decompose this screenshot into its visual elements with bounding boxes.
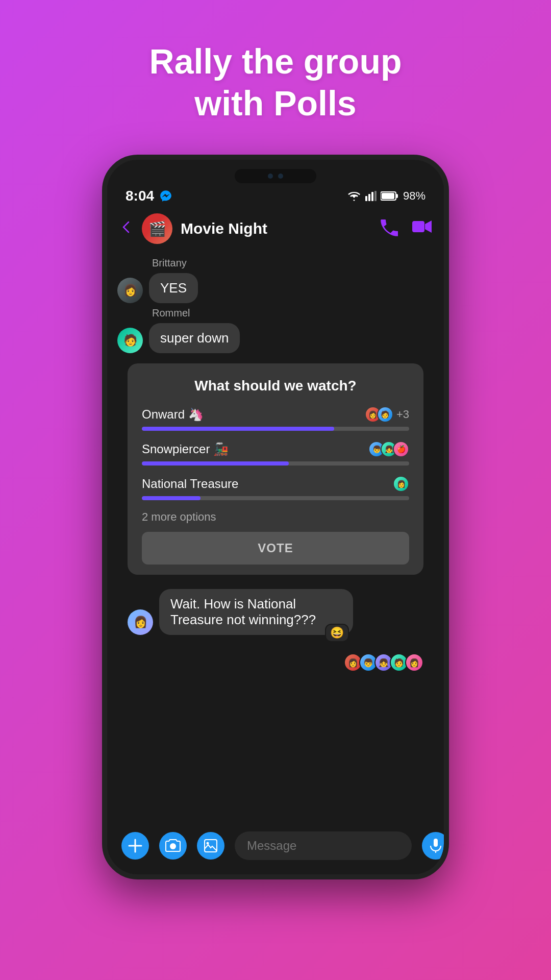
message-row-rommel: 🧑 super down [117, 323, 434, 353]
poll-voters-2: 👦 👧 🍎 [368, 441, 409, 457]
poll-bar-fill-1 [142, 427, 334, 431]
poll-voters-3: 👩 [393, 476, 409, 492]
voter-count-1: +3 [396, 408, 409, 421]
messenger-icon [159, 189, 172, 203]
poll-more-options: 2 more options [142, 510, 409, 524]
group-avatar: 🎬 [142, 213, 172, 244]
mic-button[interactable] [422, 832, 444, 860]
poll-bar-fill-3 [142, 496, 201, 500]
phone-screen: 8:04 [107, 160, 444, 874]
message-input[interactable] [235, 831, 412, 860]
chat-header: 🎬 Movie Night [107, 208, 444, 249]
bubble-superdown: super down [149, 323, 240, 353]
svg-rect-5 [396, 194, 398, 198]
voter-avatar: 👩 [393, 476, 409, 492]
clock: 8:04 [126, 188, 154, 204]
vote-button[interactable]: VOTE [142, 532, 409, 565]
sender-rommel: Rommel [152, 307, 434, 319]
message-group-rommel: Rommel 🧑 super down [117, 307, 434, 353]
chat-body: Brittany 👩 YES Rommel 🧑 [107, 249, 444, 823]
poll-question: What should we watch? [142, 378, 409, 394]
poll-bar-bg-1 [142, 427, 409, 431]
poll-option-label-1: Onward 🦄 [142, 407, 204, 422]
seen-avatar-5: 👩 [405, 653, 423, 672]
bottom-message-group: 👩 Wait. How is National Treasure not win… [117, 585, 434, 639]
camera-button[interactable] [159, 832, 187, 860]
poll-card: What should we watch? Onward 🦄 👩 🧑 +3 [128, 363, 423, 575]
bottom-bubble-wrapper: Wait. How is National Treasure not winni… [159, 589, 353, 635]
phone-notch [235, 169, 316, 183]
status-time-group: 8:04 [126, 188, 172, 204]
signal-icon [365, 191, 377, 201]
svg-rect-3 [374, 191, 377, 201]
reaction-badge: 😆 [325, 624, 349, 642]
poll-option-3: National Treasure 👩 [142, 476, 409, 500]
svg-rect-2 [371, 192, 373, 201]
call-button[interactable] [381, 219, 398, 238]
video-button[interactable] [412, 219, 432, 238]
poll-option-label-2: Snowpiercer 🚂 [142, 442, 229, 456]
poll-bar-fill-2 [142, 461, 289, 465]
sender-brittany: Brittany [152, 257, 434, 269]
avatar-female: 👩 [128, 609, 153, 635]
battery-icon [381, 191, 399, 201]
bubble-yes: YES [149, 273, 198, 303]
svg-marker-8 [425, 220, 432, 233]
avatar-rommel: 🧑 [117, 328, 143, 353]
svg-rect-0 [365, 196, 367, 201]
status-icons: 98% [347, 189, 425, 203]
phone-device: 8:04 [102, 155, 449, 879]
phone-frame: 8:04 [102, 155, 449, 879]
message-row-brittany: 👩 YES [117, 273, 434, 303]
poll-voters-1: 👩 🧑 +3 [365, 406, 409, 423]
seen-row: 👩 👦 👧 🧑 👩 [117, 643, 434, 676]
status-bar: 8:04 [107, 160, 444, 208]
battery-percent: 98% [403, 189, 425, 203]
back-button[interactable] [119, 219, 134, 238]
group-name: Movie Night [181, 220, 372, 237]
svg-rect-11 [205, 840, 217, 852]
voter-avatar: 🍎 [393, 441, 409, 457]
poll-option-label-3: National Treasure [142, 477, 238, 491]
poll-option-1: Onward 🦄 👩 🧑 +3 [142, 406, 409, 431]
poll-bar-bg-2 [142, 461, 409, 465]
plus-button[interactable] [121, 832, 149, 860]
svg-rect-7 [412, 221, 424, 232]
image-button[interactable] [197, 832, 224, 860]
headline: Rally the group with Polls [149, 41, 402, 124]
bubble-national-treasure: Wait. How is National Treasure not winni… [159, 589, 353, 635]
poll-option-2: Snowpiercer 🚂 👦 👧 🍎 [142, 441, 409, 465]
wifi-icon [347, 191, 361, 201]
notch-dot-left [268, 174, 273, 179]
notch-dot-right [278, 174, 283, 179]
svg-rect-1 [368, 194, 370, 201]
voter-avatar: 🧑 [377, 406, 393, 423]
svg-point-12 [207, 842, 209, 845]
svg-rect-13 [434, 839, 438, 847]
svg-rect-6 [382, 193, 394, 199]
message-group-brittany: Brittany 👩 YES [117, 257, 434, 303]
avatar-brittany: 👩 [117, 278, 143, 303]
bottom-toolbar [107, 823, 444, 874]
header-actions [381, 219, 432, 238]
poll-bar-bg-3 [142, 496, 409, 500]
